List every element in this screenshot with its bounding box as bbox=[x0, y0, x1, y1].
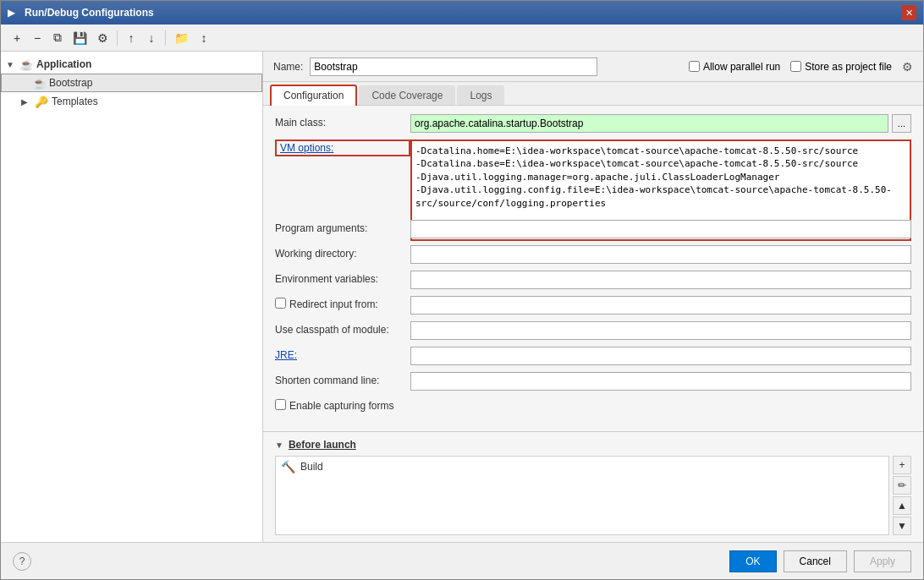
jre-row: JRE: bbox=[275, 347, 911, 369]
vm-options-label[interactable]: VM options: bbox=[275, 140, 410, 156]
dialog-icon: ▶ bbox=[8, 7, 19, 19]
save-config-button[interactable]: 💾 bbox=[69, 29, 91, 47]
sort-button[interactable]: ↕ bbox=[195, 29, 213, 47]
help-button[interactable]: ? bbox=[13, 552, 31, 571]
dialog-title: Run/Debug Configurations bbox=[25, 7, 154, 19]
tab-code-coverage[interactable]: Code Coverage bbox=[359, 85, 455, 105]
title-bar-left: ▶ Run/Debug Configurations bbox=[8, 7, 154, 19]
main-class-browse-button[interactable]: ... bbox=[892, 114, 911, 133]
ok-button[interactable]: OK bbox=[729, 550, 776, 572]
footer: ? OK Cancel Apply bbox=[1, 542, 923, 579]
before-launch-label: Before launch bbox=[289, 439, 356, 451]
tree-templates-item[interactable]: ▶ 🔑 Templates bbox=[1, 92, 262, 111]
main-content: ▼ ☕ Application ☕ Bootstrap ▶ 🔑 Template… bbox=[1, 52, 923, 542]
shorten-cmd-label: Shorten command line: bbox=[275, 372, 410, 386]
bootstrap-icon: ☕ bbox=[32, 77, 46, 90]
build-launch-item[interactable]: 🔨 Build bbox=[276, 457, 888, 477]
redirect-input-field[interactable] bbox=[410, 296, 911, 315]
apply-button[interactable]: Apply bbox=[854, 550, 911, 572]
program-args-row: Program arguments: bbox=[275, 220, 911, 242]
redirect-checkbox-wrapper: Redirect input from: bbox=[275, 296, 410, 310]
config-area: Main class: ... VM options: Program argu… bbox=[263, 106, 923, 431]
launch-buttons-column: + ✏ ▲ ▼ bbox=[889, 456, 911, 535]
enable-capturing-row: Enable capturing forms bbox=[275, 397, 911, 419]
env-vars-label: Environment variables: bbox=[275, 271, 410, 285]
classpath-row: Use classpath of module: bbox=[275, 321, 911, 343]
tab-bar: Configuration Code Coverage Logs bbox=[263, 82, 923, 106]
move-up-button[interactable]: ↑ bbox=[122, 29, 140, 47]
tab-logs[interactable]: Logs bbox=[457, 85, 504, 105]
application-icon: ☕ bbox=[19, 58, 33, 71]
launch-edit-button[interactable]: ✏ bbox=[893, 476, 911, 495]
cancel-button[interactable]: Cancel bbox=[784, 550, 847, 572]
tree-bootstrap-item[interactable]: ☕ Bootstrap bbox=[1, 74, 262, 92]
launch-down-button[interactable]: ▼ bbox=[893, 517, 911, 535]
shorten-cmd-input[interactable] bbox=[410, 372, 911, 391]
copy-config-button[interactable]: ⧉ bbox=[48, 29, 67, 47]
tab-configuration[interactable]: Configuration bbox=[270, 85, 357, 106]
launch-list: 🔨 Build bbox=[275, 456, 889, 535]
toolbar-separator-1 bbox=[117, 30, 118, 46]
program-args-input[interactable] bbox=[410, 220, 911, 238]
enable-capturing-label: Enable capturing forms bbox=[289, 397, 393, 412]
program-args-label: Program arguments: bbox=[275, 220, 410, 234]
allow-parallel-label[interactable]: Allow parallel run bbox=[689, 61, 780, 73]
jre-label[interactable]: JRE: bbox=[275, 347, 410, 361]
name-bar: Name: Allow parallel run Store as projec… bbox=[263, 52, 923, 82]
classpath-input[interactable] bbox=[410, 321, 911, 340]
vm-options-row: VM options: bbox=[275, 140, 911, 216]
footer-right: OK Cancel Apply bbox=[729, 550, 911, 572]
build-icon: 🔨 bbox=[281, 460, 295, 473]
templates-icon: 🔑 bbox=[35, 96, 48, 108]
run-debug-dialog: ▶ Run/Debug Configurations ✕ + − ⧉ 💾 ⚙ ↑… bbox=[0, 0, 924, 580]
working-dir-input[interactable] bbox=[410, 245, 911, 264]
remove-config-button[interactable]: − bbox=[28, 29, 47, 47]
main-class-label: Main class: bbox=[275, 114, 410, 129]
right-panel: Name: Allow parallel run Store as projec… bbox=[263, 52, 923, 542]
launch-up-button[interactable]: ▲ bbox=[893, 496, 911, 515]
gear-button[interactable]: ⚙ bbox=[902, 60, 913, 74]
expand-icon: ▼ bbox=[6, 60, 16, 69]
jre-input[interactable] bbox=[410, 347, 911, 365]
footer-left: ? bbox=[13, 552, 31, 571]
build-label: Build bbox=[300, 461, 323, 473]
store-project-checkbox[interactable] bbox=[790, 61, 801, 72]
before-launch-section: ▼ Before launch 🔨 Build + ✏ ▲ ▼ bbox=[263, 431, 923, 542]
templates-label: Templates bbox=[52, 96, 98, 107]
name-options: Allow parallel run Store as project file… bbox=[689, 60, 913, 74]
templates-expand-icon: ▶ bbox=[21, 97, 31, 107]
store-project-label[interactable]: Store as project file bbox=[790, 61, 892, 73]
launch-list-container: 🔨 Build + ✏ ▲ ▼ bbox=[275, 456, 911, 535]
working-dir-row: Working directory: bbox=[275, 245, 911, 267]
application-label: Application bbox=[36, 58, 91, 70]
main-class-wrapper: ... bbox=[410, 114, 911, 133]
title-bar: ▶ Run/Debug Configurations ✕ bbox=[1, 1, 923, 25]
name-label: Name: bbox=[273, 61, 303, 73]
close-button[interactable]: ✕ bbox=[901, 5, 916, 20]
toolbar: + − ⧉ 💾 ⚙ ↑ ↓ 📁 ↕ bbox=[1, 25, 923, 52]
bootstrap-label: Bootstrap bbox=[49, 77, 92, 89]
allow-parallel-checkbox[interactable] bbox=[689, 61, 700, 72]
shorten-cmd-row: Shorten command line: bbox=[275, 372, 911, 394]
classpath-label: Use classpath of module: bbox=[275, 321, 410, 336]
add-config-button[interactable]: + bbox=[8, 29, 26, 47]
env-vars-input[interactable] bbox=[410, 271, 911, 289]
working-dir-label: Working directory: bbox=[275, 245, 410, 260]
name-input[interactable] bbox=[310, 57, 597, 76]
collapse-icon[interactable]: ▼ bbox=[275, 440, 283, 450]
before-launch-header: ▼ Before launch bbox=[275, 439, 911, 451]
redirect-input-checkbox[interactable] bbox=[275, 298, 286, 309]
redirect-input-row: Redirect input from: bbox=[275, 296, 911, 318]
env-vars-row: Environment variables: bbox=[275, 271, 911, 293]
folder-button[interactable]: 📁 bbox=[170, 29, 193, 47]
redirect-input-label: Redirect input from: bbox=[289, 296, 378, 310]
main-class-row: Main class: ... bbox=[275, 114, 911, 136]
tree-application-group[interactable]: ▼ ☕ Application bbox=[1, 55, 262, 74]
settings-button[interactable]: ⚙ bbox=[93, 29, 113, 47]
move-down-button[interactable]: ↓ bbox=[142, 29, 161, 47]
launch-add-button[interactable]: + bbox=[893, 456, 911, 474]
enable-capturing-wrapper: Enable capturing forms bbox=[275, 397, 410, 412]
main-class-input[interactable] bbox=[410, 114, 888, 133]
enable-capturing-checkbox[interactable] bbox=[275, 399, 286, 410]
toolbar-separator-2 bbox=[165, 30, 166, 46]
